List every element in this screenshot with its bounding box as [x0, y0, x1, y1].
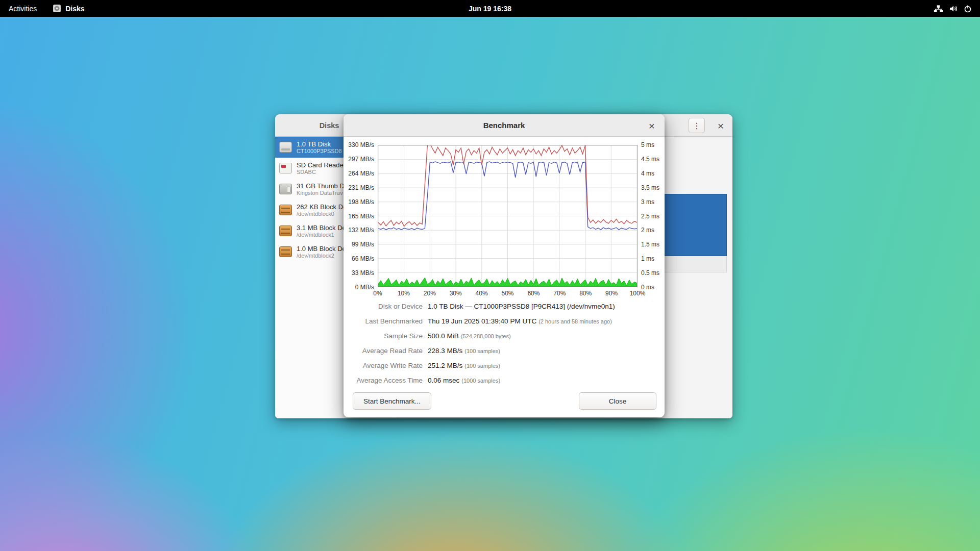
detail-note: (100 samples) — [464, 348, 500, 354]
y-left-tick-label: 165 MB/s — [344, 213, 374, 220]
x-tick-label: 20% — [418, 290, 442, 297]
y-left-tick-label: 231 MB/s — [344, 184, 374, 191]
x-tick-label: 30% — [444, 290, 468, 297]
detail-value: Thu 19 Jun 2025 01:39:40 PM UTC(2 hours … — [428, 317, 612, 325]
y-right-tick-label: 3.5 ms — [641, 184, 659, 191]
detail-value: 1.0 TB Disk — CT1000P3PSSD8 [P9CR413] (/… — [428, 303, 615, 310]
series-access-time — [378, 278, 637, 287]
detail-value: 0.06 msec(1000 samples) — [428, 377, 500, 384]
clock-button[interactable]: Jun 19 16:38 — [462, 0, 518, 17]
sd-card-icon — [279, 163, 292, 173]
y-left-tick-label: 33 MB/s — [344, 269, 374, 277]
power-icon — [964, 5, 972, 13]
block-device-icon — [279, 205, 292, 215]
x-tick-label: 10% — [391, 290, 416, 297]
sidebar-item-subtitle: SDABC — [297, 169, 346, 176]
benchmark-dialog: Benchmark × 330 MB/s297 MB/s264 MB/s231 … — [344, 114, 665, 417]
y-right-tick-label: 1.5 ms — [641, 241, 659, 248]
detail-row-5: Average Access Time0.06 msec(1000 sample… — [344, 373, 665, 388]
y-left-tick-label: 198 MB/s — [344, 198, 374, 206]
menu-button[interactable]: ⋮ — [689, 118, 705, 133]
x-tick-label: 60% — [521, 290, 546, 297]
y-left-tick-label: 264 MB/s — [344, 170, 374, 177]
detail-label: Average Read Rate — [344, 347, 423, 355]
sidebar-item-title: SD Card Reader — [297, 161, 346, 169]
detail-row-1: Last BenchmarkedThu 19 Jun 2025 01:39:40… — [344, 314, 665, 329]
close-icon: × — [649, 120, 655, 132]
top-bar-left: Activities Disks — [0, 0, 92, 17]
activities-button[interactable]: Activities — [0, 0, 45, 17]
network-icon — [934, 5, 943, 13]
close-icon: × — [718, 120, 724, 132]
dialog-action-area: Start Benchmark... Close — [344, 392, 665, 410]
x-tick-label: 40% — [470, 290, 494, 297]
detail-label: Average Access Time — [344, 377, 423, 384]
top-bar-center: Jun 19 16:38 — [0, 0, 980, 17]
x-tick-label: 0% — [365, 290, 390, 297]
y-right-tick-label: 0.5 ms — [641, 269, 659, 277]
y-right-tick-label: 4.5 ms — [641, 156, 659, 163]
volume-icon — [949, 5, 958, 13]
detail-label: Last Benchmarked — [344, 317, 423, 325]
y-left-tick-label: 99 MB/s — [344, 241, 374, 248]
y-right-tick-label: 2 ms — [641, 227, 654, 234]
x-tick-label: 90% — [599, 290, 624, 297]
sidebar-item-title: 1.0 TB Disk — [297, 140, 342, 148]
benchmark-dialog-headerbar[interactable]: Benchmark × — [344, 114, 665, 137]
detail-row-0: Disk or Device1.0 TB Disk — CT1000P3PSSD… — [344, 299, 665, 314]
desktop-background: Activities Disks Jun 19 16:38 — [0, 0, 980, 551]
detail-label: Sample Size — [344, 332, 423, 340]
hard-drive-icon — [279, 142, 292, 153]
detail-value: 228.3 MB/s(100 samples) — [428, 347, 500, 355]
top-bar: Activities Disks Jun 19 16:38 — [0, 0, 980, 17]
kebab-menu-icon: ⋮ — [693, 121, 701, 130]
detail-note: (524,288,000 bytes) — [461, 333, 511, 339]
benchmark-chart: 330 MB/s297 MB/s264 MB/s231 MB/s198 MB/s… — [344, 145, 665, 300]
y-right-tick-label: 4 ms — [641, 170, 654, 177]
benchmark-dialog-close-button[interactable]: × — [644, 118, 659, 133]
block-device-icon — [279, 226, 292, 236]
benchmark-details: Disk or Device1.0 TB Disk — CT1000P3PSSD… — [344, 299, 665, 388]
focused-app-name: Disks — [65, 5, 84, 13]
y-right-tick-label: 3 ms — [641, 198, 654, 206]
y-right-tick-label: 5 ms — [641, 141, 654, 148]
y-right-tick-label: 1 ms — [641, 255, 654, 262]
detail-value: 251.2 MB/s(100 samples) — [428, 362, 500, 369]
close-button[interactable]: Close — [579, 392, 656, 410]
thumb-drive-icon — [279, 184, 292, 194]
x-tick-label: 70% — [547, 290, 572, 297]
x-tick-label: 80% — [573, 290, 598, 297]
y-right-tick-label: 2.5 ms — [641, 213, 659, 220]
benchmark-dialog-title: Benchmark — [344, 114, 665, 137]
benchmark-chart-plot — [378, 145, 638, 287]
detail-label: Average Write Rate — [344, 362, 423, 369]
sidebar-item-subtitle: CT1000P3PSSD8 — [297, 148, 342, 155]
x-tick-label: 50% — [496, 290, 520, 297]
x-tick-label: 100% — [625, 290, 650, 297]
y-left-tick-label: 132 MB/s — [344, 227, 374, 234]
y-left-tick-label: 297 MB/s — [344, 156, 374, 163]
block-device-icon — [279, 246, 292, 257]
detail-label: Disk or Device — [344, 303, 423, 310]
disks-app-icon — [53, 4, 61, 13]
detail-note: (100 samples) — [464, 363, 500, 369]
detail-note: (2 hours and 58 minutes ago) — [538, 318, 612, 324]
focused-app-menu[interactable]: Disks — [45, 0, 91, 17]
detail-value: 500.0 MiB(524,288,000 bytes) — [428, 332, 511, 340]
y-left-tick-label: 66 MB/s — [344, 255, 374, 262]
disks-window-close-button[interactable]: × — [713, 118, 728, 133]
detail-row-2: Sample Size500.0 MiB(524,288,000 bytes) — [344, 329, 665, 343]
start-benchmark-button[interactable]: Start Benchmark... — [353, 392, 431, 410]
detail-note: (1000 samples) — [461, 378, 500, 384]
detail-row-4: Average Write Rate251.2 MB/s(100 samples… — [344, 358, 665, 373]
system-status-area[interactable] — [925, 0, 980, 17]
y-left-tick-label: 330 MB/s — [344, 141, 374, 148]
detail-row-3: Average Read Rate228.3 MB/s(100 samples) — [344, 343, 665, 358]
